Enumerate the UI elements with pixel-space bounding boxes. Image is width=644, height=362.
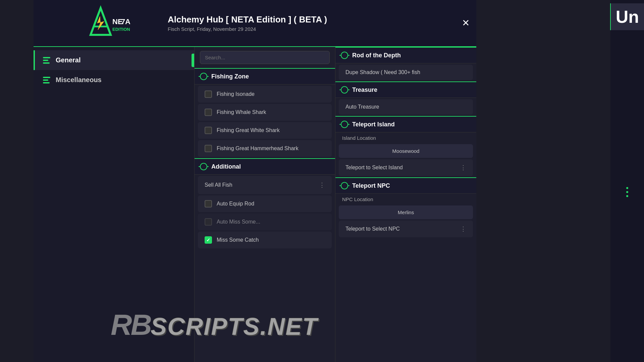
un-badge: Un: [610, 3, 644, 30]
teleport-npc-dots: ⋮: [460, 225, 466, 233]
dupe-shadow-item[interactable]: Dupe Shadow ( Need 300+ fish: [339, 65, 473, 80]
island-location-text: Moosewood: [392, 148, 420, 154]
fishing-great-white-item[interactable]: Fishing Great White Shark: [198, 122, 332, 139]
auto-treasure-label: Auto Treasure: [345, 104, 379, 110]
content-area: Fishing Zone Fishing Isonade Fishing Wha…: [195, 47, 476, 362]
additional-icon: [200, 163, 207, 170]
teleport-island-dots: ⋮: [460, 164, 466, 171]
sell-all-fish-label: Sell All Fish: [205, 182, 232, 188]
sell-all-fish-item[interactable]: Sell All Fish ⋮: [198, 176, 332, 194]
npc-location-label-text: NPC Location: [342, 196, 373, 202]
fishing-great-white-checkbox[interactable]: [205, 127, 212, 134]
treasure-title: Treasure: [352, 86, 377, 94]
treasure-icon: [341, 86, 348, 94]
island-location-label-text: Island Location: [342, 135, 376, 141]
sidebar-label-misc: Miscellaneous: [56, 76, 102, 84]
treasure-header: Treasure: [335, 81, 476, 98]
npc-location-text: Merlins: [398, 209, 414, 215]
close-button[interactable]: ✕: [462, 18, 470, 28]
sidebar-label-general: General: [56, 56, 80, 64]
svg-text:EDITION: EDITION: [112, 27, 130, 32]
logo: NE 7 A EDITION: [70, 5, 131, 42]
auto-equip-rod-label: Auto Equip Rod: [217, 201, 254, 207]
fishing-whale-shark-item[interactable]: Fishing Whale Shark: [198, 104, 332, 121]
svg-marker-0: [91, 8, 111, 35]
general-icon: [43, 57, 50, 64]
auto-equip-rod-checkbox[interactable]: [205, 200, 212, 207]
un-text: Un: [616, 7, 639, 26]
teleport-island-label: Teleport to Select Island: [345, 165, 403, 171]
fishing-zone-header: Fishing Zone: [195, 68, 335, 84]
teleport-npc-button[interactable]: Teleport to Select NPC ⋮: [339, 221, 473, 237]
additional-header: Additional: [195, 158, 335, 175]
teleport-npc-header: Teleport NPC: [335, 177, 476, 194]
svg-marker-2: [97, 16, 104, 30]
fishing-isonade-label: Fishing Isonade: [217, 91, 255, 97]
island-location-value: Moosewood: [339, 144, 473, 158]
fishing-zone-title: Fishing Zone: [211, 73, 249, 80]
rod-icon: [341, 52, 348, 59]
teleport-npc-label: Teleport to Select NPC: [345, 226, 400, 232]
window-body: General Miscellaneous: [34, 47, 476, 362]
teleport-island-header: Teleport Island: [335, 116, 476, 132]
miss-some-catch-checkbox[interactable]: [205, 236, 212, 244]
teleport-npc-title: Teleport NPC: [352, 182, 390, 189]
title-bar: NE 7 A EDITION Alchemy Hub [ NETA Editio…: [34, 0, 476, 47]
title-controls: ✕: [462, 18, 470, 28]
far-right-panel: ✕: [610, 0, 644, 362]
hidden-label: Auto Miss Some...: [217, 219, 260, 225]
far-right-dots: [626, 187, 628, 197]
additional-title: Additional: [211, 163, 241, 170]
misc-icon: [43, 77, 50, 83]
svg-text:7: 7: [121, 17, 125, 26]
fishing-zone-icon: [200, 73, 207, 80]
window-title: Alchemy Hub [ NETA Edition ] ( BETA ): [168, 14, 327, 25]
fishing-great-white-label: Fishing Great White Shark: [217, 127, 280, 133]
svg-text:A: A: [125, 17, 130, 26]
hidden-item[interactable]: Auto Miss Some...: [198, 214, 332, 230]
sidebar-item-misc[interactable]: Miscellaneous: [34, 70, 194, 90]
rod-depth-header: Rod of the Depth: [335, 47, 476, 63]
auto-equip-rod-item[interactable]: Auto Equip Rod: [198, 195, 332, 212]
dupe-shadow-label: Dupe Shadow ( Need 300+ fish: [345, 69, 420, 75]
auto-treasure-item[interactable]: Auto Treasure: [339, 99, 473, 115]
fishing-hammerhead-checkbox[interactable]: [205, 145, 212, 152]
miss-some-catch-item[interactable]: Miss Some Catch: [198, 232, 332, 248]
fishing-isonade-checkbox[interactable]: [205, 90, 212, 98]
rod-title: Rod of the Depth: [352, 52, 401, 59]
npc-location-value: Merlins: [339, 205, 473, 219]
teleport-npc-icon: [341, 182, 348, 189]
right-panel: Rod of the Depth Dupe Shadow ( Need 300+…: [335, 47, 476, 362]
miss-some-catch-label: Miss Some Catch: [217, 237, 259, 243]
sell-all-fish-dots[interactable]: ⋮: [319, 181, 325, 189]
fishing-whale-shark-label: Fishing Whale Shark: [217, 109, 266, 115]
title-info: Alchemy Hub [ NETA Edition ] ( BETA ) Fi…: [168, 14, 327, 32]
search-wrapper: [195, 47, 335, 68]
main-window: NE 7 A EDITION Alchemy Hub [ NETA Editio…: [34, 0, 476, 362]
window-subtitle: Fisch Script, Friday, November 29 2024: [168, 26, 327, 32]
teleport-island-title: Teleport Island: [352, 121, 395, 128]
fishing-hammerhead-item[interactable]: Fishing Great Hammerhead Shark: [198, 140, 332, 157]
sidebar: General Miscellaneous: [34, 47, 195, 362]
island-location-label: Island Location: [335, 132, 476, 143]
teleport-island-icon: [341, 121, 348, 128]
sidebar-item-general[interactable]: General: [34, 50, 194, 70]
fishing-whale-shark-checkbox[interactable]: [205, 109, 212, 116]
hidden-checkbox[interactable]: [205, 218, 212, 226]
left-panel: Fishing Zone Fishing Isonade Fishing Wha…: [195, 47, 335, 362]
search-input[interactable]: [200, 51, 330, 64]
fishing-isonade-item[interactable]: Fishing Isonade: [198, 86, 332, 103]
npc-location-label: NPC Location: [335, 194, 476, 205]
fishing-hammerhead-label: Fishing Great Hammerhead Shark: [217, 145, 299, 152]
teleport-island-button[interactable]: Teleport to Select Island ⋮: [339, 159, 473, 176]
